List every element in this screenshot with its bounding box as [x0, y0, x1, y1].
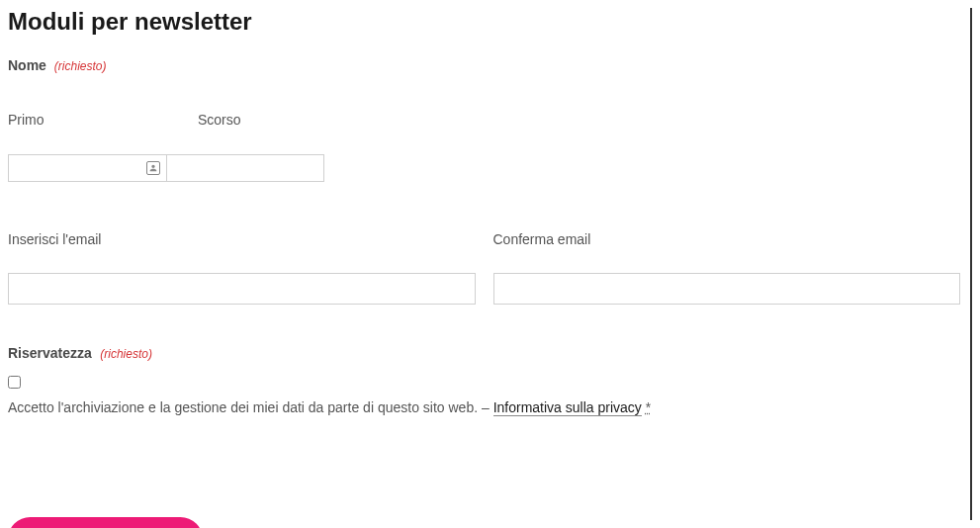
- email-enter-input[interactable]: [8, 273, 476, 305]
- name-inputs-row: [8, 154, 960, 182]
- name-field-label: Nome (richiesto): [8, 57, 960, 73]
- form-container: Moduli per newsletter Nome (richiesto) P…: [8, 8, 972, 520]
- privacy-required-tag: (richiesto): [100, 347, 152, 361]
- email-confirm-col: Conferma email: [493, 231, 961, 305]
- privacy-text-prefix: Accetto l'archiviazione e la gestione de…: [8, 399, 493, 415]
- email-confirm-input[interactable]: [493, 273, 961, 305]
- privacy-checkbox[interactable]: [8, 376, 21, 389]
- privacy-section: Riservatezza (richiesto) Accetto l'archi…: [8, 344, 960, 418]
- email-enter-label: Inserisci l'email: [8, 231, 476, 247]
- email-enter-col: Inserisci l'email: [8, 231, 476, 305]
- name-sublabels-row: Primo Scorso: [8, 111, 960, 129]
- name-required-tag: (richiesto): [54, 59, 107, 73]
- last-name-input[interactable]: [166, 154, 324, 182]
- email-confirm-label: Conferma email: [493, 231, 961, 247]
- privacy-policy-link[interactable]: Informativa sulla privacy: [493, 399, 642, 416]
- first-name-input[interactable]: [8, 154, 166, 182]
- privacy-asterisk: *: [646, 399, 651, 415]
- privacy-label-text: Riservatezza: [8, 345, 92, 361]
- privacy-field-label: Riservatezza (richiesto): [8, 344, 960, 362]
- submit-button[interactable]: Tienimi Aggiornato!: [8, 517, 203, 528]
- first-name-label: Primo: [8, 112, 45, 128]
- privacy-checkbox-row: Accetto l'archiviazione e la gestione de…: [8, 376, 960, 418]
- privacy-text: Accetto l'archiviazione e la gestione de…: [8, 398, 651, 418]
- first-name-wrapper: [8, 154, 166, 182]
- last-name-label: Scorso: [198, 112, 241, 128]
- page-title: Moduli per newsletter: [8, 8, 960, 36]
- name-label-text: Nome: [8, 57, 46, 73]
- email-row: Inserisci l'email Conferma email: [8, 231, 960, 305]
